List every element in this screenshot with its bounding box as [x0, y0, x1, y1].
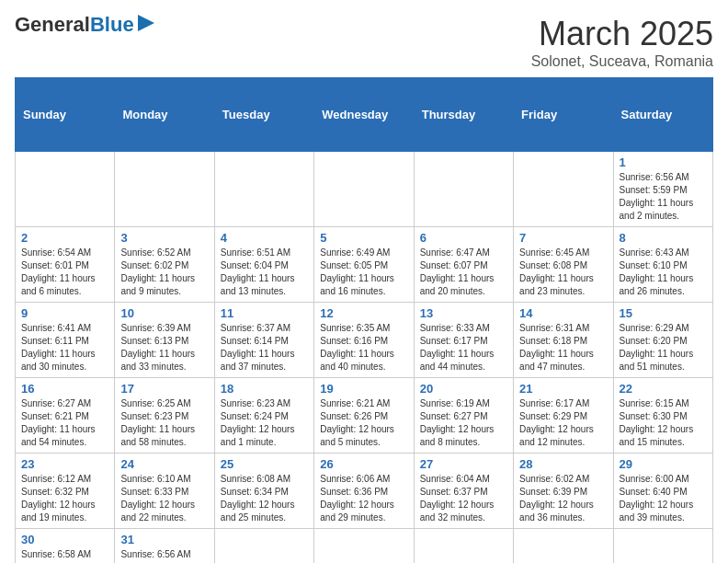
- weekday-header: Thursday: [414, 78, 513, 152]
- weekday-header: Saturday: [613, 78, 712, 152]
- month-title: March 2025: [531, 15, 713, 53]
- day-number: 5: [320, 231, 407, 245]
- calendar-cell: 17Sunrise: 6:25 AM Sunset: 6:23 PM Dayli…: [115, 378, 214, 454]
- day-info: Sunrise: 6:15 AM Sunset: 6:30 PM Dayligh…: [620, 397, 707, 449]
- location-subtitle: Solonet, Suceava, Romania: [531, 53, 713, 70]
- calendar-cell: [16, 152, 115, 227]
- day-info: Sunrise: 6:21 AM Sunset: 6:26 PM Dayligh…: [320, 397, 407, 449]
- calendar-cell: 30Sunrise: 6:58 AM Sunset: 7:42 PM Dayli…: [16, 529, 115, 564]
- day-number: 18: [221, 382, 308, 396]
- day-info: Sunrise: 6:27 AM Sunset: 6:21 PM Dayligh…: [21, 397, 108, 449]
- calendar-cell: 29Sunrise: 6:00 AM Sunset: 6:40 PM Dayli…: [613, 454, 712, 529]
- day-info: Sunrise: 6:35 AM Sunset: 6:16 PM Dayligh…: [320, 322, 407, 373]
- day-info: Sunrise: 6:39 AM Sunset: 6:13 PM Dayligh…: [120, 322, 208, 373]
- day-number: 26: [320, 457, 407, 471]
- calendar-cell: 12Sunrise: 6:35 AM Sunset: 6:16 PM Dayli…: [314, 303, 414, 378]
- page-header: GeneralBlue March 2025 Solonet, Suceava,…: [15, 15, 713, 70]
- day-number: 25: [221, 457, 308, 471]
- day-number: 16: [21, 382, 108, 396]
- calendar-cell: 11Sunrise: 6:37 AM Sunset: 6:14 PM Dayli…: [214, 303, 313, 378]
- day-info: Sunrise: 6:08 AM Sunset: 6:34 PM Dayligh…: [221, 473, 308, 524]
- day-info: Sunrise: 6:04 AM Sunset: 6:37 PM Dayligh…: [420, 473, 507, 524]
- day-number: 10: [120, 306, 208, 320]
- calendar-cell: 9Sunrise: 6:41 AM Sunset: 6:11 PM Daylig…: [16, 303, 115, 378]
- day-number: 2: [21, 231, 108, 245]
- calendar-cell: 28Sunrise: 6:02 AM Sunset: 6:39 PM Dayli…: [514, 454, 613, 529]
- day-info: Sunrise: 6:58 AM Sunset: 7:42 PM Dayligh…: [21, 548, 108, 563]
- day-info: Sunrise: 6:02 AM Sunset: 6:39 PM Dayligh…: [519, 473, 607, 524]
- calendar-cell: 23Sunrise: 6:12 AM Sunset: 6:32 PM Dayli…: [16, 454, 115, 529]
- calendar-cell: 24Sunrise: 6:10 AM Sunset: 6:33 PM Dayli…: [115, 454, 214, 529]
- calendar-cell: 18Sunrise: 6:23 AM Sunset: 6:24 PM Dayli…: [214, 378, 313, 454]
- title-block: March 2025 Solonet, Suceava, Romania: [531, 15, 713, 70]
- day-info: Sunrise: 6:33 AM Sunset: 6:17 PM Dayligh…: [420, 322, 507, 373]
- day-number: 30: [21, 533, 108, 546]
- calendar-cell: 4Sunrise: 6:51 AM Sunset: 6:04 PM Daylig…: [214, 227, 313, 303]
- calendar-cell: 1Sunrise: 6:56 AM Sunset: 5:59 PM Daylig…: [613, 152, 712, 227]
- day-info: Sunrise: 6:23 AM Sunset: 6:24 PM Dayligh…: [221, 397, 308, 449]
- day-info: Sunrise: 6:17 AM Sunset: 6:29 PM Dayligh…: [519, 397, 607, 449]
- calendar-cell: [514, 152, 613, 227]
- day-number: 3: [120, 231, 208, 245]
- day-info: Sunrise: 6:00 AM Sunset: 6:40 PM Dayligh…: [620, 473, 707, 524]
- day-info: Sunrise: 6:54 AM Sunset: 6:01 PM Dayligh…: [21, 247, 108, 298]
- calendar-cell: 7Sunrise: 6:45 AM Sunset: 6:08 PM Daylig…: [514, 227, 613, 303]
- day-info: Sunrise: 6:56 AM Sunset: 7:43 PM Dayligh…: [120, 548, 208, 563]
- calendar-cell: 6Sunrise: 6:47 AM Sunset: 6:07 PM Daylig…: [414, 227, 513, 303]
- weekday-header: Wednesday: [314, 78, 414, 152]
- calendar-cell: 8Sunrise: 6:43 AM Sunset: 6:10 PM Daylig…: [613, 227, 712, 303]
- logo: GeneralBlue: [15, 15, 156, 35]
- calendar-cell: 22Sunrise: 6:15 AM Sunset: 6:30 PM Dayli…: [613, 378, 712, 454]
- day-number: 4: [221, 231, 308, 245]
- calendar-cell: [514, 529, 613, 564]
- day-number: 17: [120, 382, 208, 396]
- weekday-header: Friday: [514, 78, 613, 152]
- day-number: 29: [620, 457, 707, 471]
- day-number: 20: [420, 382, 507, 396]
- calendar-cell: 19Sunrise: 6:21 AM Sunset: 6:26 PM Dayli…: [314, 378, 414, 454]
- day-number: 28: [519, 457, 607, 471]
- day-number: 31: [120, 533, 208, 546]
- day-number: 7: [519, 231, 607, 245]
- day-info: Sunrise: 6:25 AM Sunset: 6:23 PM Dayligh…: [120, 397, 208, 449]
- calendar-cell: 20Sunrise: 6:19 AM Sunset: 6:27 PM Dayli…: [414, 378, 513, 454]
- day-number: 9: [21, 306, 108, 320]
- calendar-cell: 16Sunrise: 6:27 AM Sunset: 6:21 PM Dayli…: [16, 378, 115, 454]
- day-number: 14: [519, 306, 607, 320]
- calendar-cell: 25Sunrise: 6:08 AM Sunset: 6:34 PM Dayli…: [214, 454, 313, 529]
- day-number: 21: [519, 382, 607, 396]
- day-number: 11: [221, 306, 308, 320]
- calendar-cell: [115, 152, 214, 227]
- calendar-cell: 5Sunrise: 6:49 AM Sunset: 6:05 PM Daylig…: [314, 227, 414, 303]
- calendar-cell: 31Sunrise: 6:56 AM Sunset: 7:43 PM Dayli…: [115, 529, 214, 564]
- calendar-cell: [214, 152, 313, 227]
- day-info: Sunrise: 6:37 AM Sunset: 6:14 PM Dayligh…: [221, 322, 308, 373]
- calendar-cell: 3Sunrise: 6:52 AM Sunset: 6:02 PM Daylig…: [115, 227, 214, 303]
- day-info: Sunrise: 6:45 AM Sunset: 6:08 PM Dayligh…: [519, 247, 607, 298]
- calendar-cell: [613, 529, 712, 564]
- calendar-cell: 26Sunrise: 6:06 AM Sunset: 6:36 PM Dayli…: [314, 454, 414, 529]
- calendar-cell: [414, 529, 513, 564]
- calendar-cell: 21Sunrise: 6:17 AM Sunset: 6:29 PM Dayli…: [514, 378, 613, 454]
- day-info: Sunrise: 6:12 AM Sunset: 6:32 PM Dayligh…: [21, 473, 108, 524]
- calendar-cell: [314, 152, 414, 227]
- day-number: 1: [620, 155, 707, 169]
- calendar-cell: 14Sunrise: 6:31 AM Sunset: 6:18 PM Dayli…: [514, 303, 613, 378]
- day-info: Sunrise: 6:47 AM Sunset: 6:07 PM Dayligh…: [420, 247, 507, 298]
- calendar-cell: 27Sunrise: 6:04 AM Sunset: 6:37 PM Dayli…: [414, 454, 513, 529]
- day-number: 23: [21, 457, 108, 471]
- day-number: 19: [320, 382, 407, 396]
- weekday-header: Monday: [115, 78, 214, 152]
- calendar-cell: [214, 529, 313, 564]
- day-info: Sunrise: 6:31 AM Sunset: 6:18 PM Dayligh…: [519, 322, 607, 373]
- day-info: Sunrise: 6:41 AM Sunset: 6:11 PM Dayligh…: [21, 322, 108, 373]
- day-info: Sunrise: 6:52 AM Sunset: 6:02 PM Dayligh…: [120, 247, 208, 298]
- calendar-cell: [414, 152, 513, 227]
- day-info: Sunrise: 6:10 AM Sunset: 6:33 PM Dayligh…: [120, 473, 208, 524]
- day-info: Sunrise: 6:51 AM Sunset: 6:04 PM Dayligh…: [221, 247, 308, 298]
- weekday-header: Sunday: [16, 78, 115, 152]
- weekday-header: Tuesday: [214, 78, 313, 152]
- calendar-cell: 13Sunrise: 6:33 AM Sunset: 6:17 PM Dayli…: [414, 303, 513, 378]
- day-info: Sunrise: 6:43 AM Sunset: 6:10 PM Dayligh…: [620, 247, 707, 298]
- day-number: 13: [420, 306, 507, 320]
